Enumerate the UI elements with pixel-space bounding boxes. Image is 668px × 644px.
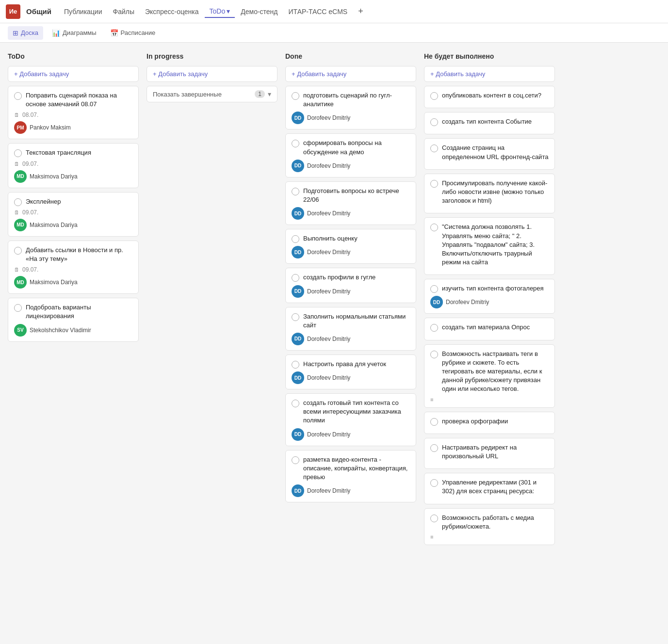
task-card[interactable]: Эксплейнер🗓 09.07.MDMaksimova Dariya	[8, 192, 139, 237]
task-checkbox[interactable]	[292, 235, 299, 243]
task-checkbox[interactable]	[430, 479, 438, 487]
task-card[interactable]: Поправить сценарий показа на основе заме…	[8, 86, 139, 139]
column-todo: ToDo+ Добавить задачуПоправить сценарий …	[8, 50, 139, 342]
task-card[interactable]: проверка орфографии	[424, 412, 555, 434]
task-card[interactable]: Настраивать редирект на произвольный URL	[424, 438, 555, 469]
task-title: Управление редиректами (301 и 302) для в…	[442, 478, 549, 496]
task-checkbox[interactable]	[430, 444, 438, 452]
nav-items: Публикации Файлы Экспресс-оценка ToDo ▾ …	[59, 5, 352, 18]
task-checkbox[interactable]	[292, 92, 299, 100]
task-date: 08.07.	[22, 112, 38, 118]
nav-item-express[interactable]: Экспресс-оценка	[140, 6, 204, 17]
task-title: опубликовать контент в соц.сети?	[442, 91, 541, 100]
task-title: Создание страниц на определенном URL фро…	[442, 144, 549, 161]
calendar-icon: 🗓	[14, 112, 19, 118]
task-checkbox[interactable]	[430, 224, 438, 231]
nav-item-demo[interactable]: Демо-стенд	[236, 6, 282, 17]
task-title: подготовить сценарий по гугл-аналитике	[303, 91, 410, 109]
task-card[interactable]: Создание страниц на определенном URL фро…	[424, 138, 555, 169]
nav-item-files[interactable]: Файлы	[108, 6, 139, 17]
task-card[interactable]: Выполнить оценкуDDDorofeev Dmitriy	[285, 229, 416, 264]
task-card[interactable]: разметка видео-контента - описание, копи…	[285, 450, 416, 503]
avatar: SV	[14, 324, 27, 337]
avatar: DD	[430, 296, 443, 308]
assignee-name: Dorofeev Dmitriy	[446, 299, 489, 306]
add-task-button-in_progress[interactable]: + Добавить задачу	[147, 66, 277, 82]
task-date: 09.07.	[22, 266, 38, 273]
task-title: Возможность настраивать теги в рубрике и…	[442, 350, 549, 394]
task-title: Добавить ссылки в Новости и пр. «На эту …	[26, 246, 132, 263]
task-card[interactable]: сформировать вопросы на обсуждение на де…	[285, 133, 416, 177]
task-card[interactable]: Настроить права для учетокDDDorofeev Dmi…	[285, 354, 416, 389]
nav-item-publications[interactable]: Публикации	[59, 6, 107, 17]
task-title: разметка видео-контента - описание, копи…	[303, 455, 410, 482]
task-checkbox[interactable]	[292, 313, 299, 321]
task-checkbox[interactable]	[14, 247, 22, 255]
task-checkbox[interactable]	[14, 92, 22, 100]
task-checkbox[interactable]	[14, 149, 22, 157]
assignee-name: Pankov Maksim	[30, 124, 71, 131]
show-completed-in_progress[interactable]: Показать завершенные 1 ▾	[147, 86, 277, 102]
task-title: Выполнить оценку	[303, 234, 358, 243]
task-card[interactable]: Добавить ссылки в Новости и пр. «На эту …	[8, 241, 139, 294]
task-checkbox[interactable]	[430, 285, 438, 293]
task-checkbox[interactable]	[292, 140, 299, 147]
task-checkbox[interactable]	[430, 515, 438, 522]
task-checkbox[interactable]	[430, 180, 438, 188]
task-checkbox[interactable]	[292, 188, 299, 195]
avatar: DD	[292, 160, 304, 172]
sub-nav-board[interactable]: ⊞ Доска	[8, 26, 43, 40]
task-checkbox[interactable]	[292, 456, 299, 464]
task-card[interactable]: создать тип контента Событие	[424, 112, 555, 134]
top-nav: Ие Общий Публикации Файлы Экспресс-оценк…	[0, 0, 668, 23]
sub-nav-diagrams[interactable]: 📊 Диаграммы	[47, 26, 101, 40]
task-checkbox[interactable]	[292, 400, 299, 407]
board-icon: ⊞	[13, 29, 18, 37]
task-card[interactable]: Заполнить нормальными статьями сайтDDDor…	[285, 307, 416, 351]
task-checkbox[interactable]	[14, 198, 22, 206]
task-card[interactable]: Управление редиректами (301 и 302) для в…	[424, 473, 555, 504]
task-checkbox[interactable]	[430, 118, 438, 126]
task-card[interactable]: Подготовить вопросы ко встрече 22/06DDDo…	[285, 181, 416, 225]
avatar: DD	[292, 246, 304, 258]
task-card[interactable]: опубликовать контент в соц.сети?	[424, 86, 555, 108]
task-checkbox[interactable]	[430, 418, 438, 426]
task-card[interactable]: изучить тип контента фотогалереяDDDorofe…	[424, 279, 555, 314]
add-task-button-todo[interactable]: + Добавить задачу	[8, 66, 139, 82]
task-card[interactable]: Просимулировать получение какой-либо нов…	[424, 174, 555, 214]
task-checkbox[interactable]	[430, 145, 438, 152]
task-card[interactable]: Подоброать варианты лицензированияSVStek…	[8, 298, 139, 341]
avatar: MD	[14, 170, 27, 183]
task-checkbox[interactable]	[430, 351, 438, 358]
assignee-name: Dorofeev Dmitriy	[307, 487, 350, 494]
task-card[interactable]: создать профили в гуглеDDDorofeev Dmitri…	[285, 268, 416, 303]
nav-item-ecms[interactable]: ИТАР-ТАСС eCMS	[284, 6, 353, 17]
task-card[interactable]: подготовить сценарий по гугл-аналитикеDD…	[285, 86, 416, 129]
task-checkbox[interactable]	[14, 304, 22, 312]
task-card[interactable]: Возможность работать с медиа рубрики/сюж…	[424, 508, 555, 545]
task-card[interactable]: "Система должна позволять 1. Управлять м…	[424, 217, 555, 275]
task-card[interactable]: создать тип материала Опрос	[424, 318, 555, 340]
task-checkbox[interactable]	[292, 274, 299, 282]
task-title: Просимулировать получение какой-либо нов…	[442, 179, 549, 206]
avatar: PM	[14, 121, 27, 134]
task-card[interactable]: Возможность настраивать теги в рубрике и…	[424, 344, 555, 408]
task-title: создать тип контента Событие	[442, 117, 532, 126]
column-title-todo: ToDo	[8, 50, 139, 62]
task-card[interactable]: создать готовый тип контента со всеми ин…	[285, 393, 416, 446]
nav-add-button[interactable]: +	[354, 4, 367, 18]
task-checkbox[interactable]	[430, 324, 438, 332]
task-checkbox[interactable]	[292, 361, 299, 369]
completed-count: 1	[255, 90, 265, 98]
sub-nav-schedule[interactable]: 📅 Расписание	[105, 26, 161, 40]
task-checkbox[interactable]	[430, 92, 438, 100]
nav-item-todo[interactable]: ToDo ▾	[205, 5, 235, 18]
add-task-button-not_done[interactable]: + Добавить задачу	[424, 66, 555, 82]
avatar: MD	[14, 219, 27, 231]
assignee-name: Dorofeev Dmitriy	[307, 431, 350, 438]
task-card[interactable]: Текстовая трансляция🗓 09.07.MDMaksimova …	[8, 143, 139, 188]
add-task-button-done[interactable]: + Добавить задачу	[285, 66, 416, 82]
task-title: Подготовить вопросы ко встрече 22/06	[303, 187, 410, 204]
task-title: Эксплейнер	[26, 197, 61, 206]
calendar-icon: 🗓	[14, 209, 19, 215]
